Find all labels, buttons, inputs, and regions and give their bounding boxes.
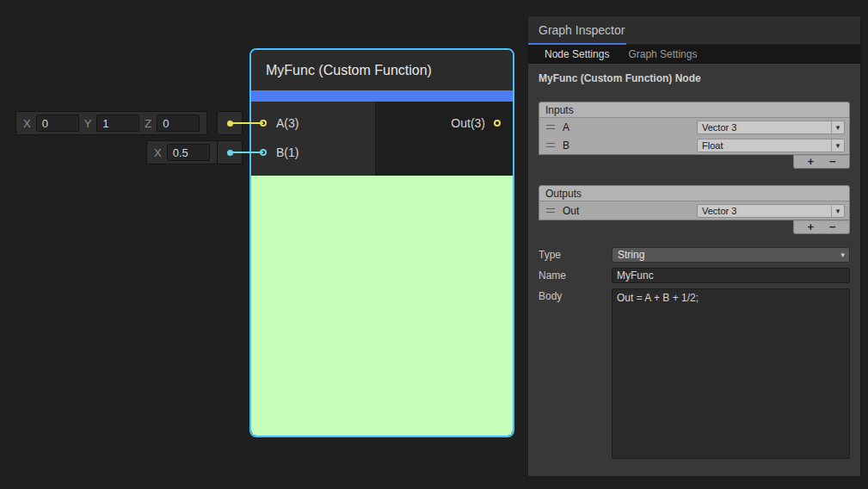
body-row: Body Out = A + B + 1/2;: [539, 288, 850, 459]
add-output-button[interactable]: +: [807, 221, 814, 233]
input-b-type-dropdown[interactable]: Float ▾: [697, 139, 845, 152]
vector3-inline-editor: X 0 Y 1 Z 0: [15, 111, 207, 135]
name-label: Name: [539, 269, 612, 282]
vector3-x-field[interactable]: 0: [36, 115, 79, 132]
shader-graph-window: X 0 Y 1 Z 0 X 0.5 MyFunc (Custom Functio…: [0, 0, 868, 489]
input-port-a-label: A(3): [276, 116, 299, 130]
node-accent-bar: [251, 90, 513, 102]
port-row-b: B(1): [251, 141, 375, 164]
output-ports-column: Out(3): [376, 102, 513, 176]
inputs-list: Inputs A Vector 3 ▾ B Float ▾: [539, 102, 850, 155]
output-out-name: Out: [563, 205, 579, 217]
node-preview-area: [251, 176, 513, 436]
chevron-down-icon: ▾: [840, 251, 849, 259]
node-title: MyFunc (Custom Function): [266, 63, 432, 78]
graph-inspector-panel: Graph Inspector Node Settings Graph Sett…: [527, 15, 861, 477]
name-field[interactable]: MyFunc: [612, 268, 850, 283]
myfunc-custom-function-node[interactable]: MyFunc (Custom Function) A(3) B(1) Out(3…: [249, 48, 514, 437]
axis-label-z: Z: [145, 117, 151, 130]
drag-handle-icon[interactable]: [546, 125, 555, 129]
inspector-tab-indicator: [528, 43, 626, 45]
inputs-list-footer: + −: [793, 155, 850, 169]
float-inline-editor: X 0.5: [146, 140, 218, 164]
inspector-tab-bar: Node Settings Graph Settings: [528, 45, 860, 64]
tab-node-settings[interactable]: Node Settings: [535, 45, 619, 64]
vector3-y-field[interactable]: 1: [96, 115, 139, 132]
vector3-z-field[interactable]: 0: [157, 115, 200, 132]
name-row: Name MyFunc: [539, 268, 850, 283]
input-b-name: B: [563, 139, 569, 152]
body-label: Body: [539, 288, 612, 302]
output-out-type-dropdown[interactable]: Vector 3 ▾: [697, 204, 845, 218]
chevron-down-icon: ▾: [831, 205, 844, 217]
list-item[interactable]: A Vector 3 ▾: [539, 118, 849, 136]
tab-graph-settings[interactable]: Graph Settings: [619, 45, 706, 64]
inspector-heading: MyFunc (Custom Function) Node: [539, 72, 850, 84]
node-ports: A(3) B(1) Out(3): [251, 102, 513, 176]
outputs-list-footer: + −: [793, 220, 850, 234]
input-a-type-dropdown[interactable]: Vector 3 ▾: [697, 121, 845, 134]
outputs-list-header: Outputs: [539, 186, 849, 201]
wire-vector3-to-a: [229, 122, 263, 124]
chevron-down-icon: ▾: [831, 139, 844, 152]
input-b-type-value: Float: [702, 140, 723, 151]
axis-label-x: X: [154, 146, 162, 159]
type-label: Type: [539, 249, 612, 261]
type-dropdown[interactable]: String ▾: [612, 247, 850, 263]
inspector-title-bar[interactable]: Graph Inspector: [528, 16, 860, 45]
outputs-list: Outputs Out Vector 3 ▾: [539, 185, 850, 220]
output-port-out-label: Out(3): [451, 116, 485, 130]
float-x-field[interactable]: 0.5: [167, 144, 210, 161]
add-input-button[interactable]: +: [807, 156, 814, 168]
input-port-b-label: B(1): [276, 145, 299, 159]
input-a-type-value: Vector 3: [702, 122, 736, 133]
input-a-name: A: [563, 121, 569, 133]
list-item[interactable]: B Float ▾: [539, 136, 849, 154]
drag-handle-icon[interactable]: [546, 143, 555, 147]
port-row-out: Out(3): [376, 112, 513, 134]
output-port-out-icon[interactable]: [494, 120, 501, 127]
inspector-title: Graph Inspector: [539, 23, 625, 37]
input-ports-column: A(3) B(1): [251, 102, 376, 176]
remove-input-button[interactable]: −: [829, 156, 836, 168]
list-item[interactable]: Out Vector 3 ▾: [539, 201, 849, 220]
node-header[interactable]: MyFunc (Custom Function): [251, 50, 513, 90]
remove-output-button[interactable]: −: [829, 221, 836, 233]
drag-handle-icon[interactable]: [546, 208, 555, 213]
output-out-type-value: Vector 3: [702, 206, 736, 216]
port-row-a: A(3): [251, 112, 375, 134]
axis-label-y: Y: [84, 117, 92, 130]
chevron-down-icon: ▾: [831, 121, 844, 133]
inspector-body: MyFunc (Custom Function) Node Inputs A V…: [528, 64, 860, 476]
type-row: Type String ▾: [539, 247, 850, 263]
inputs-list-header: Inputs: [539, 102, 849, 118]
type-value: String: [618, 249, 644, 261]
body-textarea[interactable]: Out = A + B + 1/2;: [612, 288, 850, 459]
wire-float-to-b: [229, 152, 263, 153]
axis-label-x: X: [23, 117, 31, 130]
